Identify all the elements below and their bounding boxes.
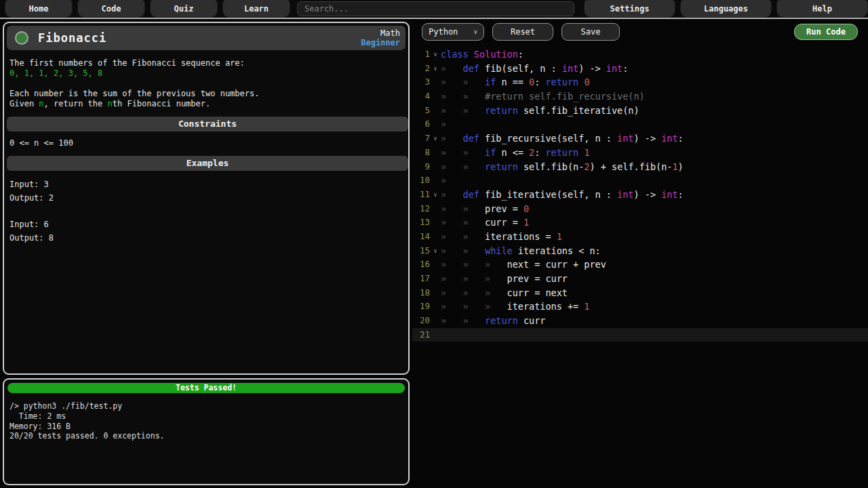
code-line[interactable]: 1∨class Solution: xyxy=(412,47,868,62)
indent-marker-icon: » xyxy=(441,175,463,186)
editor-toolbar: Python ∨ Reset Save Run Code xyxy=(412,20,868,43)
example-input-line: Input: 6 xyxy=(9,218,403,232)
code-line[interactable]: 5» » return self.fib_iterative(n) xyxy=(412,104,868,118)
nav-tab-quiz[interactable]: Quiz xyxy=(150,0,218,18)
nav-button-help[interactable]: Help xyxy=(776,0,868,18)
terminal-output: /> python3 ./fib/test.py Time: 2 msMemor… xyxy=(4,396,408,441)
example-input-line: Input: 3 xyxy=(9,178,403,192)
line-number: 20 xyxy=(412,314,430,328)
examples-list: Input: 3Output: 2Input: 6Output: 8 xyxy=(9,178,403,245)
nav-button-settings[interactable]: Settings xyxy=(584,0,675,18)
example-output-line: Output: 8 xyxy=(9,232,403,245)
line-number: 17 xyxy=(412,272,430,286)
code-text: » » » next = curr + prev xyxy=(441,258,606,272)
code-line[interactable]: 12» » prev = 0 xyxy=(412,202,868,216)
code-line[interactable]: 2∨» def fib(self, n : int) -> int: xyxy=(412,62,868,76)
run-code-button[interactable]: Run Code xyxy=(794,24,858,40)
line-number: 19 xyxy=(412,300,430,314)
fold-spacer xyxy=(430,286,441,300)
indent-marker-icon: » xyxy=(463,217,486,228)
line-number: 15 xyxy=(412,244,430,258)
fold-chevron-icon[interactable]: ∨ xyxy=(430,188,441,202)
code-line[interactable]: 8» » if n <= 2: return 1 xyxy=(412,146,868,160)
indent-marker-icon: » xyxy=(441,63,463,74)
indent-marker-icon: » xyxy=(441,147,463,158)
language-select[interactable]: Python ∨ xyxy=(422,23,484,41)
fold-chevron-icon[interactable]: ∨ xyxy=(430,62,441,76)
save-button[interactable]: Save xyxy=(561,23,620,41)
code-lines[interactable]: 1∨class Solution:2∨» def fib(self, n : i… xyxy=(412,43,868,342)
line-number: 14 xyxy=(412,230,430,244)
problem-header: Fibonacci Math Beginner xyxy=(7,26,406,50)
line-number: 13 xyxy=(412,216,430,230)
indent-marker-icon: » xyxy=(441,315,463,326)
indent-marker-icon: » xyxy=(463,91,486,102)
code-text: » » return curr xyxy=(441,314,545,328)
indent-marker-icon: » xyxy=(485,287,507,298)
indent-marker-icon: » xyxy=(463,77,486,87)
code-line[interactable]: 15∨» » while iterations < n: xyxy=(412,244,868,258)
results-panel: Tests Passed! /> python3 ./fib/test.py T… xyxy=(3,378,410,485)
indent-marker-icon: » xyxy=(441,105,463,116)
code-line[interactable]: 17» » » prev = curr xyxy=(412,272,868,286)
indent-marker-icon: » xyxy=(441,133,463,144)
code-text: » def fib_iterative(self, n : int) -> in… xyxy=(441,188,684,202)
line-number: 6 xyxy=(412,117,430,131)
fold-spacer xyxy=(430,272,441,286)
fold-spacer xyxy=(430,146,441,160)
fold-chevron-icon[interactable]: ∨ xyxy=(430,131,441,146)
nav-button-languages[interactable]: Languages xyxy=(680,0,772,18)
code-line[interactable]: 16» » » next = curr + prev xyxy=(412,258,868,272)
code-text: » » iterations = 1 xyxy=(441,230,562,244)
indent-marker-icon: » xyxy=(441,77,463,87)
code-line[interactable]: 9» » return self.fib(n-2) + self.fib(n-1… xyxy=(412,160,868,174)
nav-tab-learn[interactable]: Learn xyxy=(222,0,290,18)
example-output-line: Output: 2 xyxy=(9,192,403,205)
example-block: Input: 3Output: 2 xyxy=(9,178,403,205)
fold-spacer xyxy=(430,328,441,342)
code-line[interactable]: 10» xyxy=(412,174,868,188)
indent-marker-icon: » xyxy=(463,147,486,158)
nav-tab-code[interactable]: Code xyxy=(77,0,145,18)
nav-tab-home[interactable]: Home xyxy=(5,0,73,18)
indent-marker-icon: » xyxy=(463,245,486,256)
line-number: 11 xyxy=(412,188,430,202)
code-line[interactable]: 3» » if n == 0: return 0 xyxy=(412,75,868,89)
code-line[interactable]: 21 xyxy=(412,328,868,342)
line-number: 3 xyxy=(412,75,430,89)
problem-description: Each number is the sum of the previous t… xyxy=(9,89,403,109)
code-text: » » #return self.fib_recursive(n) xyxy=(441,89,645,104)
code-text: » def fib_recursive(self, n : int) -> in… xyxy=(441,131,684,146)
indent-marker-icon: » xyxy=(485,301,507,312)
indent-marker-icon: » xyxy=(485,259,507,270)
code-line[interactable]: 19» » » iterations += 1 xyxy=(412,300,868,314)
problem-intro: The first numbers of the Fibonacci seque… xyxy=(9,58,403,68)
code-line[interactable]: 20» » return curr xyxy=(412,314,868,328)
code-line[interactable]: 6» xyxy=(412,117,868,131)
fold-spacer xyxy=(430,300,441,314)
nav-right: SettingsLanguagesHelp xyxy=(579,0,868,18)
code-line[interactable]: 13» » curr = 1 xyxy=(412,216,868,230)
terminal-line: 20/20 tests passed. 0 exceptions. xyxy=(9,431,403,441)
code-text: » » while iterations < n: xyxy=(441,244,601,258)
terminal-line: /> python3 ./fib/test.py xyxy=(9,401,403,411)
status-circle-icon xyxy=(15,31,28,45)
code-text: » » if n == 0: return 0 xyxy=(441,75,590,89)
code-line[interactable]: 7∨» def fib_recursive(self, n : int) -> … xyxy=(412,131,868,146)
indent-marker-icon: » xyxy=(485,273,507,284)
code-line[interactable]: 4» » #return self.fib_recursive(n) xyxy=(412,89,868,104)
reset-button[interactable]: Reset xyxy=(492,23,553,41)
indent-marker-icon: » xyxy=(441,273,463,284)
example-block: Input: 6Output: 8 xyxy=(9,218,403,245)
code-line[interactable]: 18» » » curr = next xyxy=(412,286,868,300)
indent-marker-icon: » xyxy=(441,245,463,256)
constraints-header: Constraints xyxy=(7,117,408,131)
fold-chevron-icon[interactable]: ∨ xyxy=(430,244,441,258)
problem-category: Math xyxy=(361,28,400,38)
code-line[interactable]: 11∨» def fib_iterative(self, n : int) ->… xyxy=(412,188,868,202)
fold-chevron-icon[interactable]: ∨ xyxy=(430,47,441,62)
problem-title: Fibonacci xyxy=(38,31,106,45)
indent-marker-icon: » xyxy=(463,105,486,116)
code-line[interactable]: 14» » iterations = 1 xyxy=(412,230,868,244)
search-input[interactable] xyxy=(297,1,574,16)
